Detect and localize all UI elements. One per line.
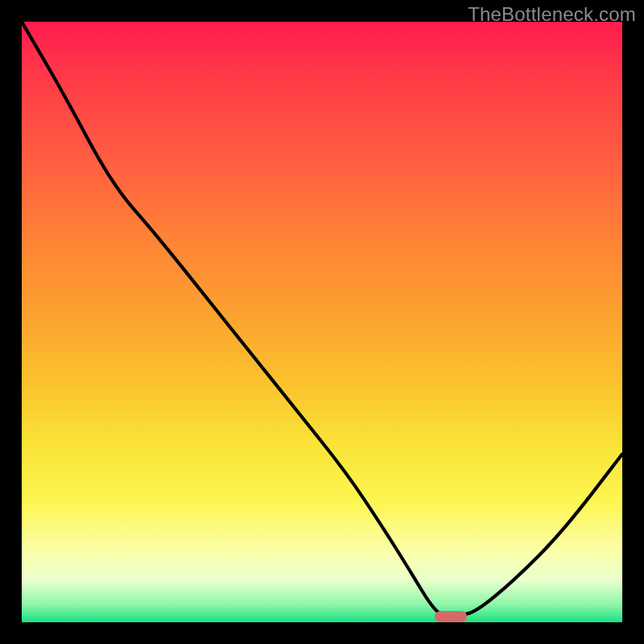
watermark-text: TheBottleneck.com xyxy=(468,3,636,26)
chart-frame: TheBottleneck.com xyxy=(0,0,644,644)
plot-area xyxy=(22,22,622,622)
optimal-marker xyxy=(435,611,467,622)
